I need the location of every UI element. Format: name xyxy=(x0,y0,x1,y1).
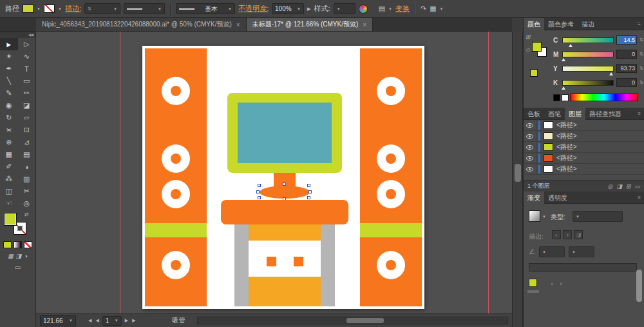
slice-tool[interactable]: ✂ xyxy=(18,185,36,197)
next-artboard-button[interactable]: ▶ xyxy=(124,318,129,323)
yellow-slider[interactable] xyxy=(562,66,614,72)
tab-pathfinder[interactable]: 路径查找器 xyxy=(585,108,625,120)
prev-artboard-button[interactable]: ◀ xyxy=(95,318,99,323)
guide-line-right[interactable] xyxy=(488,32,489,313)
pencil-tool[interactable]: ✏ xyxy=(18,87,36,99)
close-icon[interactable]: × xyxy=(236,21,240,28)
gradient-stop-swatch[interactable] xyxy=(529,279,537,287)
fill-proxy-mini[interactable] xyxy=(532,42,542,52)
fill-proxy-swatch[interactable] xyxy=(4,213,17,226)
speaker-cone[interactable] xyxy=(162,144,190,173)
drawer-bottom[interactable] xyxy=(249,277,321,306)
pen-tool[interactable]: ✒ xyxy=(0,63,18,75)
layer-name[interactable]: <路径> xyxy=(556,154,577,163)
stroke-across-icon[interactable]: ◨ xyxy=(574,230,583,239)
toolbar-collapse-icon[interactable]: ◀◀ xyxy=(0,32,35,38)
zoom-tool[interactable]: ◎ xyxy=(18,197,36,210)
layer-row[interactable]: <路径> xyxy=(524,142,644,153)
aspect-field[interactable]: ▼ xyxy=(569,246,594,257)
speaker-left[interactable] xyxy=(145,48,207,306)
mesh-tool[interactable]: ▦ xyxy=(0,148,18,161)
last-color-swatch[interactable] xyxy=(530,69,538,77)
horizontal-scrollbar[interactable] xyxy=(197,317,508,324)
hand-tool[interactable]: ☜ xyxy=(0,197,18,210)
new-layer-icon[interactable]: ⊞ xyxy=(626,183,631,190)
desk-top[interactable] xyxy=(221,200,348,224)
artboard-tool[interactable]: ◫ xyxy=(0,185,18,197)
workspace-dropdown-icon[interactable]: ▼ xyxy=(440,7,444,11)
stroke-along-icon[interactable]: ◑ xyxy=(563,230,572,239)
drawer-top[interactable] xyxy=(249,224,321,241)
selection-anchor[interactable] xyxy=(308,190,312,193)
zoom-combo[interactable]: 121.66▼ xyxy=(40,315,76,326)
opacity-link[interactable]: 不透明度: xyxy=(238,4,269,14)
eraser-tool[interactable]: ◪ xyxy=(18,99,36,112)
free-transform-tool[interactable]: ⊡ xyxy=(18,124,36,136)
color-spectrum-bar[interactable] xyxy=(570,94,638,101)
cyan-value-field[interactable]: 14.5 xyxy=(616,35,637,45)
speaker-cone[interactable] xyxy=(377,144,405,173)
close-icon[interactable]: × xyxy=(363,21,366,28)
symbol-sprayer-tool[interactable]: ⁂ xyxy=(0,173,18,185)
tab-transparency[interactable]: 透明度 xyxy=(544,192,571,204)
layer-row[interactable]: <路径> xyxy=(524,131,644,142)
magenta-slider[interactable] xyxy=(562,52,614,57)
speaker-cone[interactable] xyxy=(162,180,190,208)
artboard-dropdown-icon[interactable]: ▼ xyxy=(115,319,118,322)
opacity-circle-icon[interactable]: ◐ xyxy=(551,280,554,287)
monitor-base-selected[interactable] xyxy=(260,186,310,199)
type-tool[interactable]: T xyxy=(18,63,36,75)
layer-name[interactable]: <路径> xyxy=(556,164,577,173)
gradient-button[interactable] xyxy=(14,241,22,248)
visibility-toggle[interactable] xyxy=(524,120,536,130)
brush-definition-combo[interactable]: 基本▼ xyxy=(176,3,235,14)
arrange-icon[interactable]: ↷ xyxy=(421,5,426,13)
fill-dropdown-icon[interactable]: ▼ xyxy=(37,7,41,11)
magic-wand-tool[interactable]: ✶ xyxy=(0,50,18,63)
width-tool[interactable]: ≍ xyxy=(0,124,18,136)
layer-name[interactable]: <路径> xyxy=(556,121,577,130)
spinner-icon[interactable]: ⇅ xyxy=(639,37,643,43)
gradient-thumbnail[interactable] xyxy=(529,210,540,222)
blend-tool[interactable]: ◑ xyxy=(18,161,36,173)
panel-menu-icon[interactable]: ≡ xyxy=(638,195,644,201)
guide-line-left[interactable] xyxy=(120,32,120,313)
angle-dropdown-icon[interactable]: ▼ xyxy=(542,250,546,254)
layer-row[interactable]: <路径> xyxy=(524,164,644,175)
layer-name[interactable]: <路径> xyxy=(556,143,577,152)
selection-anchor[interactable] xyxy=(258,196,261,199)
width-profile-combo[interactable]: ▼ xyxy=(124,3,165,14)
spinner-icon[interactable]: ⇅ xyxy=(639,80,643,85)
black-value-field[interactable]: 0 xyxy=(616,78,637,87)
first-artboard-button[interactable]: ◀ xyxy=(88,318,92,323)
dock-scrollbar-thumb[interactable] xyxy=(636,270,642,302)
style-dropdown-icon[interactable]: ▼ xyxy=(337,7,341,11)
visibility-toggle[interactable] xyxy=(524,153,536,163)
screen-mode-icon[interactable]: ▭ xyxy=(0,264,35,271)
opacity-more-icon[interactable]: ▸ xyxy=(307,5,311,13)
black-slider[interactable] xyxy=(562,80,614,86)
perspective-grid-tool[interactable]: ⊿ xyxy=(18,136,36,148)
stroke-color-swatch[interactable] xyxy=(44,5,55,13)
stroke-weight-combo[interactable]: ⇅▼ xyxy=(84,3,120,14)
style-combo[interactable]: ▼ xyxy=(334,3,355,14)
tab-stroke-panel[interactable]: 描边 xyxy=(578,18,598,30)
visibility-toggle[interactable] xyxy=(524,164,536,174)
color-button[interactable] xyxy=(3,241,12,248)
paintbrush-tool[interactable]: ✎ xyxy=(0,87,18,99)
tab-swatches[interactable]: 色板 xyxy=(524,108,544,120)
document-tab-2[interactable]: 未标题-17* @ 121.66% (CMYK/预览) × xyxy=(247,18,373,31)
rectangle-tool[interactable]: ▭ xyxy=(18,75,36,87)
stroke-dropdown-icon[interactable]: ▼ xyxy=(58,7,62,11)
brush-dropdown-icon[interactable]: ▼ xyxy=(228,7,232,11)
gradient-stop-slider[interactable] xyxy=(527,290,539,293)
vertical-scrollbar-thumb[interactable] xyxy=(515,164,521,182)
column-graph-tool[interactable]: ▥ xyxy=(18,173,36,185)
speaker-cone[interactable] xyxy=(377,251,405,279)
stroke-weight-spinner-icon[interactable]: ⇅ xyxy=(88,6,91,12)
angle-field[interactable]: ▼ xyxy=(539,246,565,257)
spinner-icon[interactable]: ⇅ xyxy=(639,52,643,57)
fill-color-swatch[interactable] xyxy=(23,5,33,13)
white-swatch[interactable] xyxy=(562,94,569,101)
location-circle-icon[interactable]: ◑ xyxy=(558,280,562,287)
